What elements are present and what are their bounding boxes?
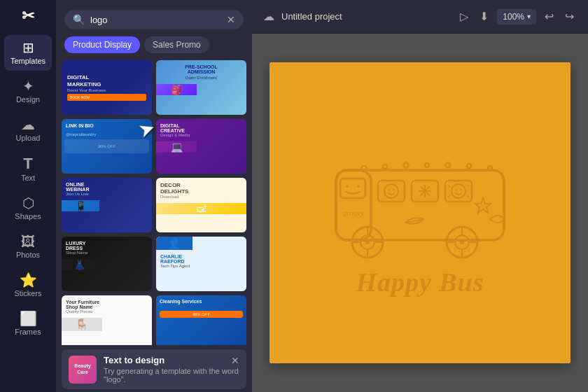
sidebar: ✂ ⊞ Templates ✦ Design ☁ Upload T Text ⬡…	[0, 0, 56, 392]
svg-point-8	[488, 166, 492, 170]
svg-marker-32	[475, 198, 491, 213]
project-title: Untitled project	[281, 11, 450, 22]
zoom-chevron-icon: ▾	[527, 13, 531, 20]
svg-point-6	[446, 163, 451, 168]
zoom-value: 100%	[503, 12, 524, 22]
template-card[interactable]: Cleaning Services 48% OFF	[156, 295, 246, 345]
canvas-topbar: ☁ Untitled project ▷ ⬇ 100% ▾ ↩ ↪	[252, 0, 588, 34]
card-sub: Boost Your Business	[67, 88, 146, 92]
template-card[interactable]: 👤 CHARLIERAEFORD Tech Tips Agent	[156, 237, 246, 291]
svg-point-4	[404, 163, 409, 168]
sidebar-item-stickers[interactable]: ⭐ Stickers	[4, 267, 52, 303]
svg-point-3	[383, 164, 387, 169]
svg-line-24	[467, 185, 469, 187]
canvas-document: groovy	[270, 62, 570, 363]
sidebar-item-label: Photos	[16, 251, 40, 259]
card-title: DIGITALMARKETING	[67, 74, 146, 88]
sidebar-item-text[interactable]: T Text	[4, 150, 52, 188]
zoom-control[interactable]: 100% ▾	[497, 9, 536, 24]
sidebar-item-label: Shapes	[15, 212, 41, 220]
frames-icon: ⬜	[20, 312, 37, 326]
t2d-thumbnail: Beauty Care	[69, 356, 97, 384]
svg-text:groovy: groovy	[343, 209, 364, 217]
svg-point-14	[393, 189, 395, 191]
sidebar-item-label: Stickers	[14, 289, 41, 298]
canvas-area: ☁ Untitled project ▷ ⬇ 100% ▾ ↩ ↪	[252, 0, 588, 392]
template-card[interactable]: ONLINEWEBINAR Join Us Live 📱	[62, 178, 152, 232]
svg-point-2	[361, 166, 367, 172]
search-input[interactable]	[90, 15, 221, 25]
svg-line-25	[467, 195, 469, 197]
template-card[interactable]: LUXURYDRESS Shop Name 👗	[62, 237, 152, 291]
upload-icon: ☁	[21, 118, 35, 132]
sidebar-item-label: Design	[16, 95, 40, 104]
templates-icon: ⊞	[22, 41, 34, 55]
svg-point-7	[467, 164, 471, 168]
template-card[interactable]: DIGITALCREATIVE Design & Media 💻	[156, 119, 246, 174]
design-icon: ✦	[22, 79, 34, 93]
svg-point-13	[388, 189, 391, 191]
filter-tabs: Product Display Sales Promo	[56, 36, 252, 60]
search-icon: 🔍	[73, 14, 85, 25]
template-card[interactable]: DIGITALMARKETING Boost Your Business BOO…	[62, 60, 152, 115]
svg-line-26	[448, 195, 450, 197]
svg-point-22	[460, 189, 462, 191]
template-card[interactable]: LINK IN BIO @capcutlaundry 30% OFF	[62, 119, 152, 174]
svg-point-5	[425, 163, 429, 167]
canvas-design-title: Happy Bus	[356, 267, 484, 298]
sidebar-item-label: Upload	[16, 134, 41, 142]
svg-point-12	[384, 184, 398, 198]
template-card[interactable]: PRE-SCHOOLADMISSION Open Enrollment 🎒	[156, 60, 246, 115]
svg-line-27	[448, 185, 450, 187]
t2d-desc: Try generating a template with the word …	[104, 367, 239, 384]
shapes-icon: ⬡	[22, 196, 34, 210]
sidebar-item-photos[interactable]: 🖼 Photos	[4, 229, 52, 265]
svg-point-19	[423, 189, 427, 193]
filter-tab-product-display[interactable]: Product Display	[64, 36, 140, 53]
cursor-tool-button[interactable]: ▷	[457, 7, 471, 26]
t2d-banner: Beauty Care Text to design Try generatin…	[62, 349, 246, 389]
sidebar-item-label: Text	[21, 174, 35, 182]
t2d-title: Text to design	[104, 355, 239, 365]
sidebar-item-templates[interactable]: ⊞ Templates	[4, 35, 52, 71]
card-cta: BOOK NOW	[67, 94, 146, 101]
search-bar[interactable]: 🔍 ✕	[64, 10, 244, 29]
template-card[interactable]: Your FurnitureShop Name Quality Pieces 🪑	[62, 295, 152, 345]
svg-point-29	[346, 185, 349, 188]
canvas-stage[interactable]: groovy	[252, 34, 588, 392]
svg-point-20	[451, 184, 465, 198]
stickers-icon: ⭐	[20, 273, 37, 287]
sidebar-item-design[interactable]: ✦ Design	[4, 74, 52, 109]
sidebar-item-shapes[interactable]: ⬡ Shapes	[4, 190, 52, 226]
sidebar-item-upload[interactable]: ☁ Upload	[4, 112, 52, 148]
cloud-save-icon: ☁	[263, 10, 274, 23]
template-card[interactable]: DECORDELIGHTS Download 🛋	[156, 178, 246, 232]
svg-point-21	[456, 189, 458, 191]
topbar-actions: ▷ ⬇ 100% ▾ ↩ ↪	[457, 7, 577, 26]
template-grid: DIGITALMARKETING Boost Your Business BOO…	[56, 60, 252, 345]
templates-panel: 🔍 ✕ Product Display Sales Promo ➤ DIGITA…	[56, 0, 252, 392]
clear-search-button[interactable]: ✕	[227, 15, 235, 24]
download-button[interactable]: ⬇	[477, 7, 491, 26]
svg-point-35	[365, 240, 370, 244]
t2d-close-button[interactable]: ✕	[231, 355, 239, 366]
photos-icon: 🖼	[21, 234, 35, 248]
sidebar-item-frames[interactable]: ⬜ Frames	[4, 306, 52, 342]
t2d-text: Text to design Try generating a template…	[104, 355, 239, 384]
bus-illustration: groovy	[322, 128, 518, 261]
undo-button[interactable]: ↩	[542, 7, 556, 26]
svg-rect-28	[340, 178, 365, 198]
text-icon: T	[23, 156, 32, 172]
redo-button[interactable]: ↪	[562, 7, 577, 26]
sidebar-item-label: Templates	[10, 57, 46, 65]
svg-point-38	[460, 240, 464, 244]
svg-point-30	[357, 185, 360, 188]
app-logo: ✂	[22, 7, 34, 25]
sidebar-item-label: Frames	[15, 328, 41, 336]
filter-tab-sales-promo[interactable]: Sales Promo	[144, 36, 209, 53]
